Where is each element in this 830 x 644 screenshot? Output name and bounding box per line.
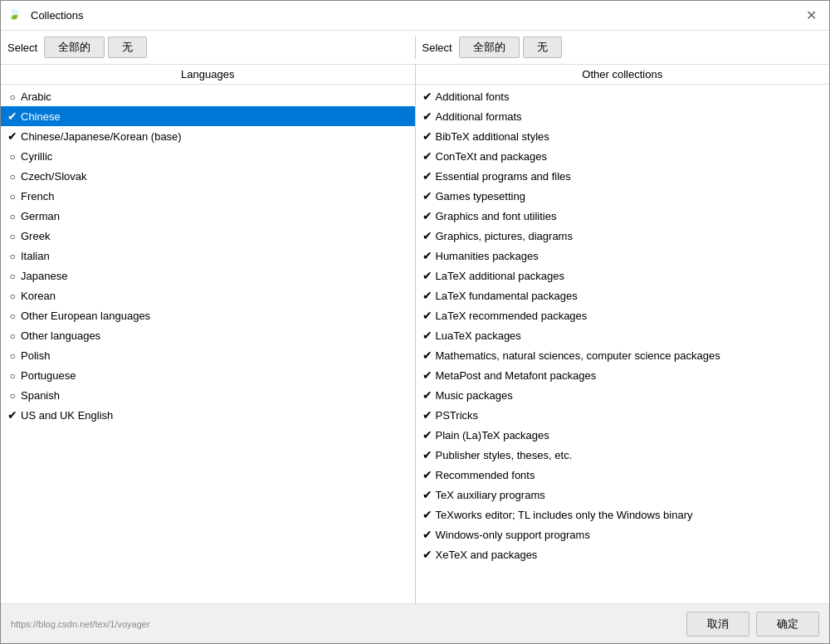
check-icon [419, 289, 436, 302]
list-item[interactable]: Greek [1, 226, 415, 246]
list-item[interactable]: Polish [1, 345, 415, 365]
list-item[interactable]: Games typesetting [416, 186, 830, 206]
main-window: 🍃 Collections ✕ Select 全部的 无 Select 全部的 … [0, 0, 830, 644]
unchecked-icon [4, 249, 21, 262]
select-label-right: Select [422, 41, 452, 54]
none-button-right[interactable]: 无 [523, 37, 562, 58]
unchecked-icon [4, 90, 21, 103]
list-item[interactable]: Windows-only support programs [416, 524, 830, 544]
list-item-label: PSTricks [436, 409, 479, 422]
list-item[interactable]: LaTeX additional packages [416, 266, 830, 285]
list-item-label: Graphics and font utilities [436, 210, 557, 222]
list-item-label: ConTeXt and packages [436, 150, 547, 163]
list-item-label: Essential programs and files [436, 170, 571, 183]
check-icon [419, 249, 436, 262]
cancel-button[interactable]: 取消 [686, 612, 749, 637]
list-item[interactable]: TeX auxiliary programs [416, 485, 830, 505]
list-item[interactable]: PSTricks [416, 405, 830, 425]
list-item-label: BibTeX additional styles [436, 130, 549, 143]
footer: https://blog.csdn.net/tex/1/voyager 取消 确… [1, 603, 829, 643]
list-item-label: Greek [21, 230, 50, 242]
list-item[interactable]: Portuguese [1, 365, 415, 385]
list-item-label: Graphics, pictures, diagrams [436, 230, 573, 242]
list-item-label: Humanities packages [436, 250, 539, 262]
list-item-label: US and UK English [21, 409, 113, 422]
none-button-left[interactable]: 无 [108, 37, 147, 58]
all-button-right[interactable]: 全部的 [459, 37, 520, 58]
list-item[interactable]: LuaTeX packages [416, 325, 830, 345]
list-item[interactable]: Other languages [1, 325, 415, 345]
list-item[interactable]: BibTeX additional styles [416, 126, 830, 146]
footer-url: https://blog.csdn.net/tex/1/voyager [11, 619, 150, 629]
list-item[interactable]: Essential programs and files [416, 166, 830, 186]
list-item-label: Italian [21, 250, 50, 262]
list-item-label: TeX auxiliary programs [436, 489, 545, 501]
list-item[interactable]: Italian [1, 246, 415, 266]
list-item[interactable]: Music packages [416, 385, 830, 405]
all-button-left[interactable]: 全部的 [44, 37, 105, 58]
app-icon: 🍃 [7, 7, 24, 24]
list-item-label: Recommended fonts [436, 469, 535, 481]
list-item-label: LaTeX recommended packages [436, 310, 588, 322]
check-icon [419, 309, 436, 322]
unchecked-icon [4, 349, 21, 362]
check-icon [419, 129, 436, 143]
list-item[interactable]: Czech/Slovak [1, 166, 415, 186]
list-item[interactable]: Publisher styles, theses, etc. [416, 445, 830, 465]
list-item[interactable]: Additional formats [416, 106, 830, 126]
list-item[interactable]: German [1, 206, 415, 226]
list-item[interactable]: Korean [1, 285, 415, 305]
list-item[interactable]: Recommended fonts [416, 465, 830, 485]
list-item-label: Portuguese [21, 369, 76, 382]
main-content: Languages ArabicChineseChinese/Japanese/… [1, 65, 829, 603]
check-icon [419, 368, 436, 382]
check-icon [4, 129, 21, 143]
list-item-label: Games typesetting [436, 190, 525, 202]
left-panel-list-wrapper: ArabicChineseChinese/Japanese/Korean (ba… [1, 85, 415, 603]
list-item[interactable]: Chinese/Japanese/Korean (base) [1, 126, 415, 146]
list-item[interactable]: Other European languages [1, 305, 415, 325]
list-item[interactable]: Graphics and font utilities [416, 206, 830, 226]
list-item-label: LaTeX fundamental packages [436, 290, 578, 302]
list-item-label: Publisher styles, theses, etc. [436, 449, 573, 461]
list-item[interactable]: Plain (La)TeX packages [416, 425, 830, 445]
list-item-label: Windows-only support programs [436, 529, 590, 541]
list-item-label: Additional fonts [436, 90, 510, 103]
confirm-button[interactable]: 确定 [756, 612, 819, 637]
list-item-label: Plain (La)TeX packages [436, 429, 549, 442]
unchecked-icon [4, 149, 21, 163]
list-item[interactable]: TeXworks editor; TL includes only the Wi… [416, 505, 830, 524]
check-icon [419, 229, 436, 242]
list-item-label: LaTeX additional packages [436, 270, 564, 282]
check-icon [419, 408, 436, 422]
check-icon [419, 468, 436, 481]
check-icon [419, 428, 436, 442]
check-icon [4, 408, 21, 422]
left-panel-header: Languages [1, 65, 415, 85]
unchecked-icon [4, 209, 21, 222]
list-item[interactable]: LaTeX fundamental packages [416, 285, 830, 305]
list-item[interactable]: Spanish [1, 385, 415, 405]
list-item[interactable]: Chinese [1, 106, 415, 126]
right-panel-list[interactable]: Additional fontsAdditional formatsBibTeX… [416, 85, 830, 603]
check-icon [4, 110, 21, 123]
list-item[interactable]: US and UK English [1, 405, 415, 425]
list-item[interactable]: MetaPost and Metafont packages [416, 365, 830, 385]
toolbar-right: Select 全部的 无 [422, 37, 823, 58]
unchecked-icon [4, 229, 21, 242]
list-item[interactable]: Arabic [1, 86, 415, 106]
list-item[interactable]: LaTeX recommended packages [416, 305, 830, 325]
list-item[interactable]: Mathematics, natural sciences, computer … [416, 345, 830, 365]
list-item[interactable]: ConTeXt and packages [416, 146, 830, 166]
list-item[interactable]: Graphics, pictures, diagrams [416, 226, 830, 246]
close-button[interactable]: ✕ [799, 6, 823, 26]
list-item[interactable]: Humanities packages [416, 246, 830, 266]
list-item[interactable]: Additional fonts [416, 86, 830, 106]
unchecked-icon [4, 368, 21, 382]
toolbar-divider [415, 36, 416, 59]
list-item[interactable]: French [1, 186, 415, 206]
list-item[interactable]: Japanese [1, 266, 415, 285]
left-panel-list[interactable]: ArabicChineseChinese/Japanese/Korean (ba… [1, 85, 415, 603]
list-item[interactable]: XeTeX and packages [416, 544, 830, 564]
list-item[interactable]: Cyrillic [1, 146, 415, 166]
